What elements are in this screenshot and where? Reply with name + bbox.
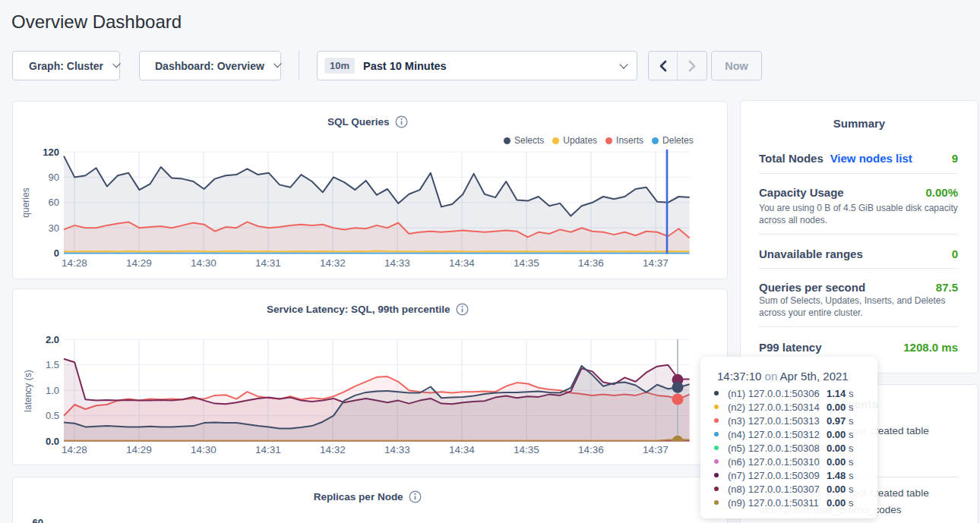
- svg-text:14:35: 14:35: [514, 444, 539, 455]
- svg-text:14:28: 14:28: [62, 257, 87, 269]
- svg-text:14:32: 14:32: [320, 444, 346, 455]
- svg-text:60: 60: [33, 517, 43, 523]
- svg-text:30: 30: [49, 222, 59, 234]
- svg-text:14:36: 14:36: [578, 444, 604, 455]
- svg-text:14:29: 14:29: [126, 257, 152, 269]
- svg-text:14:30: 14:30: [191, 257, 217, 269]
- svg-text:14:33: 14:33: [384, 257, 410, 269]
- svg-text:14:34: 14:34: [449, 444, 475, 455]
- svg-text:60: 60: [49, 197, 59, 208]
- svg-text:14:29: 14:29: [126, 444, 152, 455]
- svg-text:0.5: 0.5: [46, 410, 59, 421]
- svg-text:14:37: 14:37: [643, 257, 669, 269]
- svg-text:90: 90: [49, 172, 59, 183]
- svg-text:14:32: 14:32: [320, 257, 346, 269]
- svg-text:14:36: 14:36: [578, 257, 604, 269]
- svg-text:0: 0: [54, 247, 59, 259]
- svg-text:120: 120: [43, 147, 59, 158]
- svg-text:14:37: 14:37: [643, 444, 669, 455]
- svg-text:14:33: 14:33: [384, 444, 410, 455]
- svg-text:14:34: 14:34: [449, 257, 475, 269]
- svg-text:14:31: 14:31: [255, 257, 281, 269]
- svg-text:2.0: 2.0: [46, 334, 59, 345]
- svg-text:1.0: 1.0: [46, 385, 59, 396]
- svg-text:14:31: 14:31: [255, 444, 281, 455]
- svg-text:1.5: 1.5: [46, 359, 59, 370]
- svg-text:0.0: 0.0: [46, 436, 59, 447]
- svg-text:14:28: 14:28: [62, 444, 87, 455]
- svg-text:14:35: 14:35: [514, 257, 539, 269]
- svg-text:14:30: 14:30: [191, 444, 217, 455]
